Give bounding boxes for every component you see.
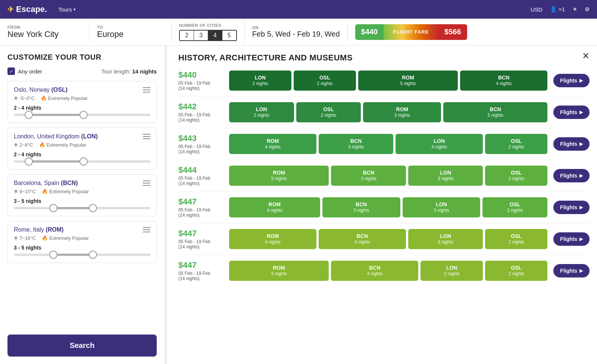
result-price: $447	[178, 229, 223, 238]
divider	[178, 160, 590, 160]
divider	[178, 255, 590, 255]
city-block: ROM3 nights	[363, 102, 441, 122]
flights-button[interactable]: Flights ▶	[553, 201, 590, 214]
slider-thumb-left-rom[interactable]	[49, 251, 57, 259]
currency-selector[interactable]: USD	[531, 6, 543, 13]
travelers-selector[interactable]: 👤 ×1	[550, 6, 565, 13]
result-price-info: $440 05 Feb - 19 Feb (14 nights)	[178, 70, 223, 91]
city-card-osl: Oslo, Norway (OSL) ❄ -5~0°C 🔥 Extremely …	[7, 81, 157, 123]
city-menu-osl[interactable]	[143, 87, 150, 92]
city-menu-lon[interactable]	[143, 134, 150, 139]
slider-rom[interactable]	[14, 254, 150, 256]
city-blocks: LON2 nightsOSL2 nightsROM3 nightsBCN5 ni…	[229, 102, 547, 122]
city-blocks: ROM5 nightsBCN4 nightsLON2 nightsOSL2 ni…	[229, 261, 547, 281]
to-value: Europe	[97, 29, 164, 39]
results-container: $440 05 Feb - 19 Feb (14 nights) LON2 ni…	[178, 70, 590, 281]
date-field[interactable]: ON Feb 5, Wed - Feb 19, Wed	[245, 22, 348, 41]
city-block: ROM5 nights	[229, 261, 329, 281]
city-block: OSL2 nights	[296, 102, 361, 122]
slider-thumb-left-bcn[interactable]	[49, 204, 57, 212]
city-tab-5[interactable]: 5	[222, 31, 236, 40]
divider	[178, 96, 590, 97]
slider-thumb-left-lon[interactable]	[25, 157, 33, 166]
customize-title: CUSTOMIZE YOUR TOUR	[7, 53, 157, 62]
slider-thumb-right-bcn[interactable]	[89, 204, 97, 212]
city-name-bcn: Barcelona, Spain (BCN)	[14, 180, 78, 186]
city-blocks: ROM4 nightsBCN3 nightsLON3 nightsOSL2 ni…	[229, 197, 547, 217]
flights-button[interactable]: Flights ▶	[553, 106, 590, 119]
city-blocks: ROM4 nightsBCN4 nightsLON3 nightsOSL2 ni…	[229, 229, 547, 249]
settings-icon[interactable]: ⚙	[585, 6, 590, 13]
tour-length: Tour length: 14 nights	[101, 68, 157, 75]
city-name-lon: London, United Kingdom (LON)	[14, 133, 98, 140]
result-price-info: $447 05 Feb - 19 Feb (14 nights)	[178, 260, 223, 281]
city-meta-osl: ❄ -5~0°C 🔥 Extremely Popular	[14, 95, 150, 101]
slider-lon[interactable]	[14, 160, 150, 163]
city-name-osl: Oslo, Norway (OSL)	[14, 87, 68, 93]
result-dates: 05 Feb - 19 Feb	[178, 239, 223, 244]
to-field[interactable]: TO Europe	[90, 22, 172, 42]
result-row: $447 05 Feb - 19 Feb (14 nights) ROM5 ni…	[178, 260, 590, 281]
city-tab-3[interactable]: 3	[194, 31, 208, 40]
result-price: $447	[178, 260, 223, 270]
result-row: $442 05 Feb - 19 Feb (14 nights) LON2 ni…	[178, 102, 590, 123]
city-card-lon: London, United Kingdom (LON) ❄ 2~8°C 🔥 E…	[7, 128, 157, 170]
from-label: FROM	[7, 25, 82, 29]
slider-thumb-left-osl[interactable]	[25, 111, 33, 119]
any-order-toggle[interactable]: ✓ Any order	[7, 68, 42, 75]
close-button[interactable]: ✕	[582, 51, 590, 60]
city-block: ROM5 nights	[358, 70, 458, 91]
flights-button[interactable]: Flights ▶	[553, 169, 590, 182]
city-card-bcn: Barcelona, Spain (BCN) ❄ 9~15°C 🔥 Extrem…	[7, 174, 157, 216]
flights-button[interactable]: Flights ▶	[553, 74, 590, 87]
city-block: LON3 nights	[408, 229, 483, 249]
to-label: TO	[97, 25, 164, 29]
brightness-icon[interactable]: ☀	[572, 6, 577, 13]
city-block: OSL2 nights	[485, 134, 547, 154]
fare-high: $566	[438, 24, 467, 40]
result-dates: 05 Feb - 19 Feb	[178, 176, 223, 181]
nav-right: USD 👤 ×1 ☀ ⚙	[531, 6, 590, 13]
search-button[interactable]: Search	[7, 335, 157, 357]
slider-thumb-right-osl[interactable]	[79, 111, 88, 119]
flights-button[interactable]: Flights ▶	[553, 137, 590, 151]
city-block: OSL2 nights	[485, 166, 547, 186]
city-tab-2[interactable]: 2	[180, 31, 194, 40]
person-icon: 👤	[550, 6, 557, 12]
city-name-rom: Rome, Italy (ROM)	[14, 226, 63, 233]
city-menu-rom[interactable]	[143, 227, 150, 232]
logo[interactable]: ✈ Escape.	[7, 4, 47, 14]
city-menu-bcn[interactable]	[143, 181, 150, 186]
city-block: BCN3 nights	[322, 197, 400, 217]
any-order-label: Any order	[18, 68, 42, 75]
top-nav: ✈ Escape. Tours ▾ USD 👤 ×1 ☀ ⚙	[0, 0, 597, 19]
city-block: BCN3 nights	[331, 166, 406, 186]
city-block: BCN4 nights	[331, 261, 418, 281]
slider-thumb-right-rom[interactable]	[89, 251, 97, 259]
fare-bar: $440 FLIGHT FARE $566	[355, 24, 467, 40]
flights-button[interactable]: Flights ▶	[553, 232, 590, 246]
left-panel: CUSTOMIZE YOUR TOUR ✓ Any order Tour len…	[0, 46, 164, 364]
city-tab-4[interactable]: 4	[208, 31, 222, 40]
result-nights: (14 nights)	[178, 213, 223, 218]
slider-osl[interactable]	[14, 114, 150, 116]
result-price-info: $444 05 Feb - 19 Feb (14 nights)	[178, 165, 223, 186]
fare-low: $440	[355, 24, 384, 40]
city-header-bcn: Barcelona, Spain (BCN)	[14, 180, 150, 186]
result-price: $442	[178, 102, 223, 112]
result-dates: 05 Feb - 19 Feb	[178, 144, 223, 149]
slider-bcn[interactable]	[14, 207, 150, 209]
result-dates: 05 Feb - 19 Feb	[178, 271, 223, 276]
result-nights: (14 nights)	[178, 86, 223, 91]
flights-button[interactable]: Flights ▶	[553, 264, 590, 277]
divider	[178, 128, 590, 128]
right-panel: ✕ HISTORY, ARCHITECTURE AND MUSEUMS $440…	[167, 46, 597, 364]
result-row: $440 05 Feb - 19 Feb (14 nights) LON2 ni…	[178, 70, 590, 91]
from-field[interactable]: FROM New York City	[7, 22, 90, 42]
city-block: OSL2 nights	[294, 70, 356, 91]
plane-icon: ✈	[7, 5, 14, 14]
city-blocks: LON2 nightsOSL2 nightsROM5 nightsBCN4 ni…	[229, 70, 547, 91]
tours-nav-item[interactable]: Tours ▾	[58, 6, 76, 13]
slider-thumb-right-lon[interactable]	[79, 157, 88, 166]
any-order-checkbox[interactable]: ✓	[7, 68, 15, 75]
